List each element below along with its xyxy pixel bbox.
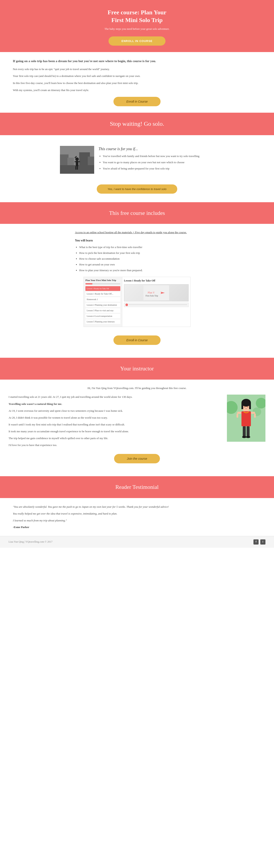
testimonial-quote3: I learned so much from my trip about pla…: [13, 518, 261, 523]
instructor-bold-para: Travelling solo wasn't a natural thing f…: [8, 402, 220, 406]
list-item: You want to go to many places on your ow…: [103, 160, 200, 165]
intro-section: If going on a solo trip has been a dream…: [0, 52, 274, 113]
you-will-learn-label: You will learn: [75, 238, 199, 243]
list-item: How to plan your itinerary so you're mor…: [79, 268, 199, 273]
svg-rect-30: [251, 412, 255, 414]
list-item: What is the best type of trip for a firs…: [79, 245, 199, 250]
footer-copyright: Liau Yun Qing | YQtravelling.com © 2017: [8, 540, 53, 544]
access-line: Access to an online school hosting all t…: [75, 230, 199, 235]
svg-rect-34: [247, 426, 250, 437]
instructor-para2: At 19, I went overseas for university an…: [8, 408, 220, 413]
testimonial-heading: Reader Testimonial: [4, 483, 270, 492]
svg-rect-33: [243, 426, 246, 437]
svg-point-25: [244, 406, 245, 408]
enroll-in-course-button-header[interactable]: ENROLL IN COURSE: [108, 36, 165, 45]
svg-rect-11: [77, 166, 78, 170]
progress-bar-outer: [85, 283, 120, 284]
instructor-para6: The trip helped me gain confidence in my…: [8, 436, 220, 441]
facebook-icon[interactable]: f: [253, 539, 259, 545]
instructor-photo-svg: [227, 395, 266, 442]
list-item: How to choose safe accommodation: [79, 257, 199, 261]
for-you-section: This course is for you if... You've trav…: [52, 140, 222, 180]
video-controls: [124, 303, 189, 307]
testimonial-quote1: "You are absolutely wonderful. You gave …: [13, 504, 261, 509]
intro-para1: Not every solo trip has to be an epic "q…: [13, 67, 261, 71]
instructor-para3: At 20, I didn't think it was possible fo…: [8, 415, 220, 420]
enroll-in-course-button-includes[interactable]: Enroll in Course: [113, 336, 161, 345]
for-you-list: You've travelled with family and friends…: [99, 154, 200, 171]
svg-rect-8: [74, 161, 77, 162]
stop-waiting-section: Stop waiting! Go solo.: [0, 113, 274, 135]
instructor-para7: I'd love for you to have that experience…: [8, 443, 220, 447]
list-item: You're afraid of being under-prepared fo…: [103, 166, 200, 171]
course-preview-main: Lesson 1 Ready for Take Off Plan Y First…: [122, 277, 190, 327]
instructor-para5: It took me many years to accumulate enou…: [8, 429, 220, 434]
includes-enroll-btn-wrapper: Enroll in Course: [75, 331, 199, 351]
for-you-image: [60, 146, 94, 174]
lesson-inactive-item: Lesson 4 Local transportation: [85, 314, 120, 319]
list-item: You've travelled with family and friends…: [103, 154, 200, 158]
instagram-icon[interactable]: i: [260, 539, 266, 545]
join-btn-wrapper: Join the course: [8, 450, 266, 470]
svg-rect-9: [77, 161, 80, 162]
for-you-wrapper: This course is for you if... You've trav…: [0, 135, 274, 202]
svg-point-27: [245, 408, 247, 409]
testimonial-heading-section: Reader Testimonial: [0, 476, 274, 498]
page-title: Free course: Plan Your First Mini Solo T…: [4, 8, 270, 24]
instructor-intro-text: Hi, I'm Yun Qing from YQtravelling.com. …: [8, 386, 266, 391]
lesson-inactive-item: Lesson 5 Planning your itinerary: [85, 319, 120, 324]
course-includes-heading: This free course includes: [4, 209, 270, 218]
svg-text:Plan Y: Plan Y: [148, 291, 155, 294]
course-includes-content: Access to an online school hosting all t…: [62, 224, 212, 358]
svg-point-36: [246, 436, 250, 438]
svg-rect-24: [249, 403, 251, 409]
header-section: Free course: Plan Your First Mini Solo T…: [0, 0, 274, 52]
lesson-active-item: Lesson 1 Ready for Take Off: [85, 286, 120, 291]
footer-social: f i: [253, 539, 266, 545]
svg-rect-13: [143, 285, 169, 300]
intro-para3: In this free five-day course, you'll lea…: [13, 81, 261, 86]
play-button-icon[interactable]: [126, 304, 128, 306]
header-subtitle: The baby steps you need before your grea…: [4, 27, 270, 31]
list-item: How to get around on your own: [79, 262, 199, 267]
preview-video-thumbnail: Plan Y First Solo Trip: [124, 284, 189, 301]
footer: Liau Yun Qing | YQtravelling.com © 2017 …: [0, 536, 274, 548]
instructor-photo: [227, 395, 266, 442]
instructor-text-block: I started travelling solo at 21 years ol…: [8, 395, 220, 450]
for-you-content: This course is for you if... You've trav…: [99, 146, 200, 173]
svg-point-26: [247, 406, 248, 408]
stop-waiting-heading: Stop waiting! Go solo.: [4, 119, 270, 129]
instructor-para1: I started travelling solo at 21 years ol…: [8, 395, 220, 399]
instructor-heading: Your instructor: [4, 364, 270, 373]
svg-point-6: [75, 157, 79, 161]
svg-rect-29: [237, 412, 241, 414]
svg-rect-10: [75, 166, 76, 170]
lesson-inactive-item: Homework 1: [85, 297, 120, 302]
for-you-heading: This course is for you if...: [99, 146, 200, 152]
join-course-button[interactable]: Join the course: [114, 454, 160, 463]
testimonial-quote2: You really helped me get over the idea t…: [13, 512, 261, 516]
svg-point-35: [242, 436, 246, 438]
progress-bar-inner: [85, 283, 93, 284]
lesson-inactive-item: Lesson 1 Ready for Take-Off...: [85, 291, 120, 297]
course-preview: Plan Your First Mini Solo Trip Lesson 1 …: [83, 277, 191, 327]
instructor-para4: It wasn't until I took my first mini sol…: [8, 422, 220, 427]
svg-rect-31: [237, 413, 238, 418]
lesson-inactive-item: Lesson 2 Planning your destination: [85, 303, 120, 308]
video-progress-line: [129, 304, 187, 305]
preview-sidebar-title: Plan Your First Mini Solo Trip: [85, 279, 120, 282]
learn-list: What is the best type of trip for a firs…: [75, 245, 199, 273]
lesson-inactive-item: Lesson 3 Place to visit and stay: [85, 308, 120, 313]
enroll-in-course-button-intro[interactable]: Enroll in Course: [113, 97, 161, 106]
for-you-illustration: [60, 146, 94, 174]
svg-rect-23: [241, 403, 243, 409]
yes-confidence-button[interactable]: Yes, I want to have the confidence to tr…: [97, 184, 177, 194]
yes-btn-wrapper: Yes, I want to have the confidence to tr…: [8, 180, 266, 198]
for-you-image-inner: [60, 146, 94, 174]
svg-rect-32: [254, 413, 256, 418]
video-thumbnail-svg: Plan Y First Solo Trip: [143, 285, 169, 300]
intro-bold: If going on a solo trip has been a dream…: [13, 59, 261, 64]
svg-rect-28: [241, 411, 251, 426]
list-item: How to pick the best destination for you…: [79, 251, 199, 255]
course-preview-sidebar: Plan Your First Mini Solo Trip Lesson 1 …: [84, 277, 122, 327]
